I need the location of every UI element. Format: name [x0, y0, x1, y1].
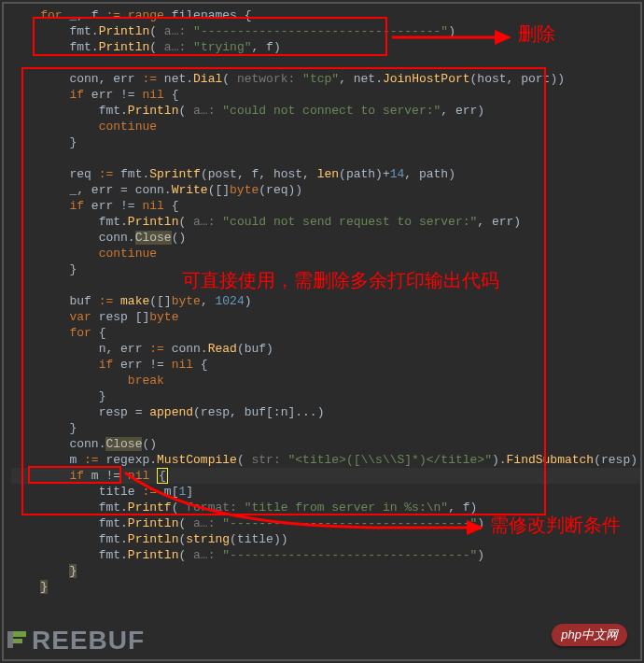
watermark-text: REEBUF [32, 632, 145, 648]
code-line[interactable] [11, 150, 640, 166]
watermark-logo: REEBUF [7, 628, 145, 652]
code-line[interactable]: } [11, 134, 640, 150]
code-line[interactable]: fmt.Println( a…: "----------------------… [11, 547, 640, 563]
annotation-delete: 删除 [518, 26, 555, 42]
code-line[interactable]: fmt.Printf( format: "title from server i… [11, 500, 640, 515]
code-line[interactable]: } [11, 388, 640, 404]
code-line[interactable]: for { [11, 325, 640, 341]
annotation-condition: 需修改判断条件 [490, 517, 621, 533]
code-line[interactable]: if err != nil { [11, 87, 640, 103]
code-line[interactable]: m := regexp.MustCompile( str: "<title>([… [11, 452, 640, 468]
code-line[interactable]: continue [11, 246, 640, 261]
svg-rect-5 [13, 639, 22, 643]
code-line[interactable]: resp = append(resp, buf[:n]...) [11, 404, 640, 420]
svg-rect-4 [13, 631, 26, 637]
code-line[interactable]: title := m[1] [11, 484, 640, 500]
code-line[interactable]: _, err = conn.Write([]byte(req)) [11, 182, 640, 198]
code-line[interactable]: if m != nil { [11, 468, 640, 484]
code-line[interactable]: for _, f := range filenames { [11, 7, 640, 23]
code-line[interactable]: fmt.Println( a…: "could not connect to s… [11, 103, 640, 119]
code-line[interactable]: n, err := conn.Read(buf) [11, 341, 640, 357]
code-line[interactable]: var resp []byte [11, 309, 640, 325]
code-line[interactable]: fmt.Println( a…: "could not send request… [11, 214, 640, 230]
code-line[interactable]: conn, err := net.Dial( network: "tcp", n… [11, 71, 640, 87]
annotation-usable: 可直接使用，需删除多余打印输出代码 [182, 273, 499, 289]
code-line[interactable]: continue [11, 119, 640, 134]
code-editor[interactable]: for _, f := range filenames { fmt.Printl… [2, 2, 642, 661]
code-line[interactable]: } [11, 420, 640, 436]
code-line[interactable] [11, 55, 640, 71]
code-line[interactable]: buf := make([]byte, 1024) [11, 293, 640, 309]
code-line[interactable]: } [11, 579, 640, 595]
code-line[interactable]: } [11, 563, 640, 579]
code-line[interactable]: if err != nil { [11, 357, 640, 373]
php-badge: php中文网 [552, 624, 627, 646]
code-line[interactable]: break [11, 373, 640, 388]
code-line[interactable]: conn.Close() [11, 436, 640, 452]
svg-rect-3 [7, 631, 13, 648]
logo-icon [7, 628, 32, 652]
code-line[interactable]: if err != nil { [11, 198, 640, 214]
code-line[interactable]: req := fmt.Sprintf(post, f, host, len(pa… [11, 166, 640, 182]
code-line[interactable]: conn.Close() [11, 230, 640, 246]
